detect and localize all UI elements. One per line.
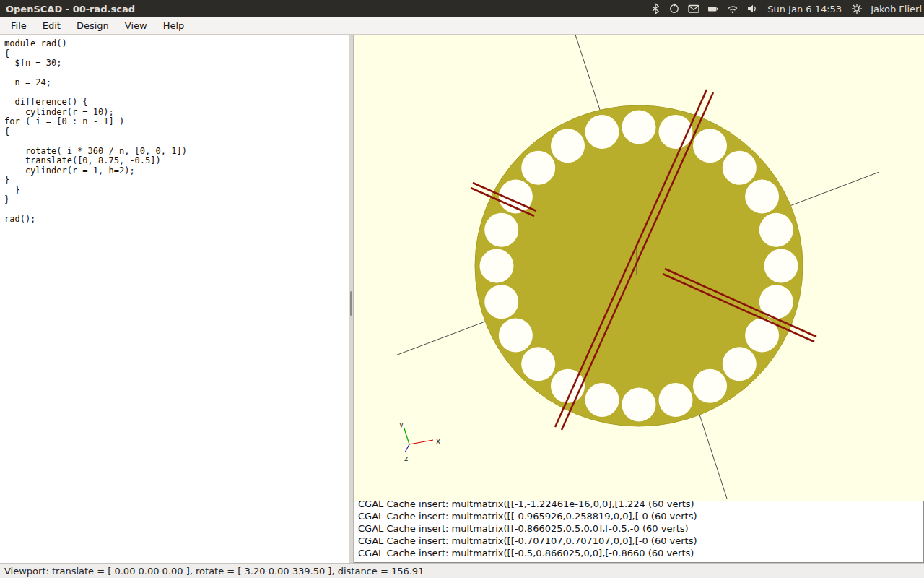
axis-y-label: y (399, 420, 404, 428)
disc-hole (521, 151, 555, 185)
disc-hole (484, 285, 518, 319)
console-line: CGAL Cache insert: multmatrix([[-0.70710… (358, 535, 923, 547)
disc-hole (499, 319, 533, 353)
menu-view[interactable]: View (117, 18, 155, 33)
disc-hole (764, 249, 798, 283)
text-cursor (4, 40, 4, 49)
user-menu[interactable]: Jakob Flierl (871, 4, 923, 14)
disc-hole (693, 369, 727, 403)
code-line: { (4, 49, 349, 59)
code-line: $fn = 30; (4, 59, 349, 69)
code-line (4, 88, 349, 98)
sync-icon[interactable] (668, 3, 680, 14)
main-area: module rad(){ $fn = 30; n = 24; differen… (0, 35, 924, 563)
disc-hole (484, 213, 518, 247)
wifi-icon[interactable] (727, 3, 738, 14)
console-line: CGAL Cache insert: multmatrix([[-0.86602… (358, 522, 923, 535)
volume-icon[interactable] (746, 3, 758, 14)
code-line: } (4, 186, 349, 196)
rendered-disc (475, 105, 803, 426)
code-line: difference() { (4, 98, 349, 108)
axis-x-label: x (436, 437, 440, 445)
disc-hole (521, 347, 555, 381)
session-gear-icon[interactable] (851, 3, 863, 14)
disc-hole (480, 249, 514, 283)
bluetooth-icon[interactable] (650, 3, 661, 14)
render-canvas: y x z (354, 35, 924, 501)
pane-splitter[interactable] (349, 35, 354, 563)
top-panel: OpenSCAD - 00-rad.scad (0, 0, 924, 17)
clock-indicator[interactable]: Sun Jan 6 14:53 (766, 4, 843, 14)
indicator-area: Sun Jan 6 14:53 Jakob Flierl (650, 3, 924, 14)
disc-hole (723, 151, 757, 185)
axis-z-label: z (404, 454, 408, 462)
mail-icon[interactable] (688, 4, 699, 14)
status-bar: Viewport: translate = [ 0.00 0.00 0.00 ]… (0, 563, 924, 578)
code-line (4, 205, 349, 215)
disc-hole (622, 388, 656, 422)
menu-edit[interactable]: Edit (35, 18, 69, 33)
disc-hole (585, 115, 619, 149)
console-line: CGAL Cache insert: multmatrix([[-0.96592… (358, 510, 923, 522)
splitter-handle-icon (350, 291, 352, 316)
code-line: } (4, 195, 349, 205)
right-column: y x z CGAL Cache insert: multmatrix([[-1… (354, 35, 924, 563)
openscad-window: OpenSCAD - 00-rad.scad (0, 0, 924, 578)
code-line: cylinder(r = 1, h=2); (4, 166, 349, 176)
code-line: rotate( i * 360 / n, [0, 0, 1]) (4, 147, 349, 157)
code-line: n = 24; (4, 78, 349, 88)
disc-hole (585, 383, 619, 417)
code-lines: module rad(){ $fn = 30; n = 24; differen… (4, 39, 349, 225)
menu-bar: File Edit Design View Help (0, 17, 924, 35)
disc-hole (622, 111, 656, 144)
menu-file[interactable]: File (3, 18, 35, 33)
disc-hole (759, 213, 793, 247)
disc-hole (659, 383, 693, 417)
code-line (4, 137, 349, 147)
code-line: for ( i = [0 : n - 1] ) (4, 117, 349, 127)
code-editor[interactable]: module rad(){ $fn = 30; n = 24; differen… (0, 35, 349, 563)
disc-hole (745, 180, 779, 214)
menu-design[interactable]: Design (69, 18, 117, 33)
code-line: cylinder(r = 10); (4, 108, 349, 118)
viewport-status-text: Viewport: translate = [ 0.00 0.00 0.00 ]… (4, 566, 424, 577)
code-line: rad(); (4, 215, 349, 225)
window-title: OpenSCAD - 00-rad.scad (0, 4, 135, 14)
axis-indicator: y x z (399, 420, 440, 462)
code-line: module rad() (4, 39, 349, 49)
code-line (4, 69, 349, 79)
battery-icon[interactable] (707, 3, 719, 14)
console-line: CGAL Cache insert: multmatrix([[-1,-1.22… (358, 501, 923, 510)
code-line: } (4, 176, 349, 186)
console-line: CGAL Cache insert: multmatrix([[-0.5,0.8… (358, 547, 923, 559)
disc-hole (693, 129, 727, 163)
menu-help[interactable]: Help (155, 18, 193, 33)
disc-hole (723, 347, 757, 381)
code-line: translate([0, 8.75, -0.5]) (4, 156, 349, 166)
console-panel[interactable]: CGAL Cache insert: multmatrix([[-1,-1.22… (354, 501, 924, 563)
disc-hole (551, 129, 585, 163)
viewport-3d[interactable]: y x z (354, 35, 924, 501)
code-line: { (4, 127, 349, 137)
console-lines: CGAL Cache insert: multmatrix([[-1,-1.22… (358, 501, 923, 559)
